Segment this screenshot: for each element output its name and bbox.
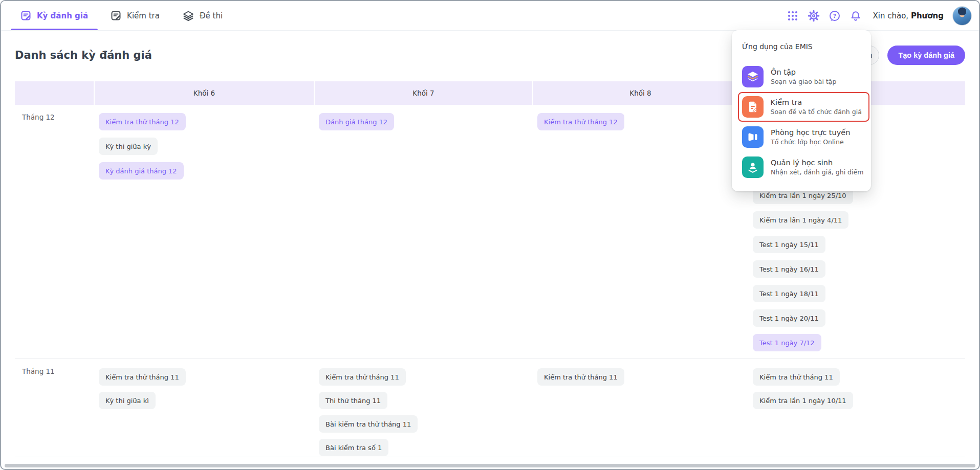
apps-grid-icon[interactable]: [787, 10, 799, 22]
assessment-chip[interactable]: Kỳ thi giữa kì: [99, 392, 156, 409]
tab-de-thi[interactable]: Đề thi: [171, 1, 234, 30]
tab-ky-danh-gia[interactable]: Kỳ đánh giá: [9, 1, 99, 30]
assessment-chip[interactable]: Thi thử tháng 11: [319, 392, 387, 409]
tab-kiem-tra[interactable]: Kiểm tra: [99, 1, 171, 30]
apps-menu-item-quan-ly[interactable]: Quản lý học sinhNhận xét, đánh giá, ghi …: [732, 154, 871, 180]
assessment-chip[interactable]: Kỳ đánh giá tháng 12: [99, 162, 184, 180]
app-name: Ôn tập: [771, 68, 836, 76]
assessment-chip[interactable]: Test 1 ngày 15/11: [753, 236, 825, 253]
month-row: Tháng 11Kiểm tra thử tháng 11Kỳ thi giữa…: [15, 359, 965, 457]
month-label: Tháng 11: [15, 359, 95, 457]
topbar-actions: ? Xin chào, Phương: [787, 1, 972, 30]
layers-icon: [182, 10, 194, 22]
grade-cell: Đánh giá tháng 12: [315, 105, 533, 359]
apps-menu-item-on-tap[interactable]: Ôn tậpSoạn và giao bài tập: [732, 64, 871, 89]
column-header-1: Khối 6: [95, 81, 315, 105]
assessment-chip[interactable]: Kiểm tra thử tháng 11: [753, 368, 840, 386]
assessment-doc-icon: [20, 10, 32, 21]
assessment-chip[interactable]: Kiểm tra thử tháng 12: [537, 113, 624, 130]
page-title: Danh sách kỳ đánh giá: [15, 49, 152, 61]
assessment-chip[interactable]: Test 1 ngày 20/11: [753, 309, 825, 327]
assessment-chip[interactable]: Kiểm tra thử tháng 11: [537, 368, 624, 386]
column-header-3: Khối 8: [533, 81, 749, 105]
apps-dropdown-menu: Ứng dụng của EMIS Ôn tậpSoạn và giao bài…: [732, 30, 871, 191]
app-description: Tổ chức lớp học Online: [771, 138, 850, 146]
app-name: Phòng học trực tuyến: [771, 128, 850, 137]
help-icon[interactable]: ?: [829, 10, 841, 22]
apps-menu-item-kiem-tra[interactable]: Kiểm traSoạn đề và tổ chức đánh giá: [738, 92, 869, 122]
month-label: Tháng 12: [15, 105, 95, 359]
notifications-bell-icon[interactable]: [850, 10, 862, 22]
greeting-prefix: Xin chào,: [873, 11, 909, 20]
grade-cell: Kiểm tra thử tháng 11Kỳ thi giữa kì: [95, 359, 315, 457]
app-description: Soạn và giao bài tập: [771, 78, 836, 85]
grade-cell: Kiểm tra thử tháng 12Kỳ thi giữa kỳKỳ đá…: [95, 105, 315, 359]
tab-label: Đề thi: [200, 11, 223, 20]
grade-cell: Kiểm tra thử tháng 12: [533, 105, 749, 359]
column-header-2: Khối 7: [315, 81, 533, 105]
assessment-chip[interactable]: Test 1 ngày 16/11: [753, 260, 825, 278]
app-name: Quản lý học sinh: [771, 159, 863, 167]
kiem-tra-app-icon: [742, 96, 764, 118]
tab-label: Kiểm tra: [127, 11, 160, 20]
settings-gear-icon[interactable]: [808, 10, 820, 22]
user-greeting: Xin chào, Phương: [873, 11, 944, 20]
horizontal-scrollbar[interactable]: [5, 464, 975, 467]
assessment-chip[interactable]: Kiểm tra thử tháng 11: [99, 368, 186, 386]
column-header-0: [15, 81, 95, 105]
user-avatar[interactable]: [952, 6, 972, 26]
phong-hoc-app-icon: [742, 126, 764, 148]
assessment-chip[interactable]: Test 1 ngày 7/12: [753, 334, 821, 351]
app-description: Soạn đề và tổ chức đánh giá: [771, 108, 862, 116]
grade-cell: Kiểm tra thử tháng 11Thi thử tháng 11Bài…: [315, 359, 533, 457]
assessment-chip[interactable]: Bài kiểm tra số 1: [319, 439, 388, 456]
assessment-chip[interactable]: Test 1 ngày 18/11: [753, 285, 825, 302]
app-name: Kiểm tra: [771, 98, 862, 106]
assessment-doc-icon: [111, 10, 122, 21]
apps-menu-title: Ứng dụng của EMIS: [732, 30, 871, 51]
assessment-chip[interactable]: Bài kiểm tra thử tháng 11: [319, 415, 418, 433]
assessment-chip[interactable]: Kiểm tra thử tháng 12: [99, 113, 186, 130]
quan-ly-app-icon: [742, 156, 764, 178]
tab-label: Kỳ đánh giá: [37, 11, 88, 20]
create-assessment-button[interactable]: Tạo kỳ đánh giá: [887, 46, 965, 65]
assessment-chip[interactable]: Đánh giá tháng 12: [319, 113, 394, 130]
grade-cell: Kiểm tra thử tháng 11Kiểm tra lần 1 ngày…: [749, 359, 965, 457]
app-window: Kỳ đánh giáKiểm traĐề thi: [0, 0, 980, 470]
apps-menu-item-phong-hoc[interactable]: Phòng học trực tuyếnTổ chức lớp học Onli…: [732, 124, 871, 150]
grade-cell: Kiểm tra thử tháng 11: [533, 359, 749, 457]
svg-text:?: ?: [833, 13, 836, 19]
on-tap-app-icon: [742, 66, 764, 87]
user-name: Phương: [911, 11, 944, 20]
assessment-chip[interactable]: Kiểm tra thử tháng 11: [319, 368, 406, 386]
assessment-chip[interactable]: Kiểm tra lần 1 ngày 10/11: [753, 392, 853, 409]
assessment-chip[interactable]: Kỳ thi giữa kỳ: [99, 138, 158, 155]
main-tabs: Kỳ đánh giáKiểm traĐề thi: [9, 1, 234, 30]
top-navigation-bar: Kỳ đánh giáKiểm traĐề thi: [1, 1, 979, 31]
assessment-chip[interactable]: Kiểm tra lần 1 ngày 4/11: [753, 211, 848, 229]
app-description: Nhận xét, đánh giá, ghi điểm: [771, 168, 863, 176]
